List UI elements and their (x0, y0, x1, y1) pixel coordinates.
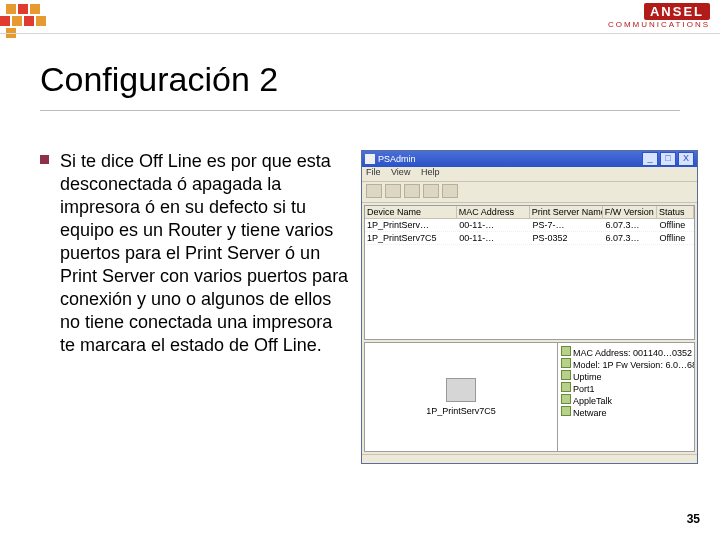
psadmin-window: PSAdmin _ □ X File View Help Device Name… (361, 150, 698, 464)
cell: 00-11-… (457, 219, 530, 231)
slide-header: ANSEL COMMUNICATIONS (0, 0, 720, 36)
cell: PS-0352 (530, 232, 603, 244)
tree-item[interactable]: Uptime (561, 370, 691, 382)
page-number: 35 (687, 512, 700, 526)
toolbar-button[interactable] (442, 184, 458, 198)
table-row[interactable]: 1P_PrintServ…00-11-…PS-7-…6.07.3…Offline (365, 219, 694, 232)
toolbar-button[interactable] (366, 184, 382, 198)
tree-label: MAC Address: 001140…0352 (573, 348, 692, 358)
cell: Offline (657, 219, 694, 231)
menu-file[interactable]: File (366, 167, 381, 177)
tree-item[interactable]: MAC Address: 001140…0352 (561, 346, 691, 358)
minimize-button[interactable]: _ (642, 152, 658, 166)
tree-label: Model: 1P Fw Version: 6.0…68 (573, 360, 695, 370)
mosaic-square (12, 16, 22, 26)
toolbar (362, 182, 697, 203)
brand-subtitle: COMMUNICATIONS (608, 20, 710, 30)
tree-label: AppleTalk (573, 396, 612, 406)
col-device[interactable]: Device Name (365, 206, 457, 218)
list-header: Device Name MAC Address Print Server Nam… (365, 206, 694, 219)
cell: 6.07.3… (603, 219, 657, 231)
col-fw[interactable]: F/W Version (603, 206, 657, 218)
cell: 6.07.3… (603, 232, 657, 244)
col-mac[interactable]: MAC Address (457, 206, 530, 218)
tree-node-icon (561, 406, 571, 416)
tree-node-icon (561, 370, 571, 380)
detail-pane: 1P_PrintServ7C5 MAC Address: 001140…0352… (364, 342, 695, 452)
window-controls: _ □ X (642, 152, 694, 166)
window-title: PSAdmin (378, 154, 416, 164)
mosaic-square (18, 4, 28, 14)
maximize-button[interactable]: □ (660, 152, 676, 166)
mosaic-square (36, 16, 46, 26)
tree-item[interactable]: AppleTalk (561, 394, 691, 406)
col-psname[interactable]: Print Server Name (530, 206, 603, 218)
tree-node-icon (561, 358, 571, 368)
close-button[interactable]: X (678, 152, 694, 166)
bullet-text: Si te dice Off Line es por que esta desc… (60, 150, 350, 357)
detail-caption: 1P_PrintServ7C5 (426, 406, 496, 416)
mosaic-square (0, 16, 10, 26)
cell: Offline (657, 232, 694, 244)
cell: 1P_PrintServ… (365, 219, 457, 231)
printer-icon (446, 378, 476, 402)
list-body: 1P_PrintServ…00-11-…PS-7-…6.07.3…Offline… (365, 219, 694, 339)
tree-label: Port1 (573, 384, 595, 394)
header-divider (0, 33, 720, 34)
brand-name: ANSEL (644, 3, 710, 20)
tree-item[interactable]: Netware (561, 406, 691, 418)
tree-node-icon (561, 346, 571, 356)
menu-bar: File View Help (362, 167, 697, 182)
col-status[interactable]: Status (657, 206, 694, 218)
titlebar: PSAdmin _ □ X (362, 151, 697, 167)
title-underline (40, 110, 680, 111)
toolbar-button[interactable] (423, 184, 439, 198)
menu-help[interactable]: Help (421, 167, 440, 177)
mosaic-square (24, 16, 34, 26)
cell: 1P_PrintServ7C5 (365, 232, 457, 244)
detail-tree: MAC Address: 001140…0352Model: 1P Fw Ver… (558, 342, 695, 452)
brand-badge: ANSEL COMMUNICATIONS (608, 2, 710, 30)
bullet-icon (40, 155, 49, 164)
mosaic-square (30, 4, 40, 14)
status-bar (362, 454, 697, 469)
tree-node-icon (561, 394, 571, 404)
toolbar-button[interactable] (385, 184, 401, 198)
cell: PS-7-… (530, 219, 603, 231)
toolbar-button[interactable] (404, 184, 420, 198)
slide-title: Configuración 2 (40, 60, 278, 99)
tree-label: Netware (573, 408, 607, 418)
mosaic-square (6, 4, 16, 14)
cell: 00-11-… (457, 232, 530, 244)
detail-left: 1P_PrintServ7C5 (364, 342, 558, 452)
tree-item[interactable]: Model: 1P Fw Version: 6.0…68 (561, 358, 691, 370)
device-list: Device Name MAC Address Print Server Nam… (364, 205, 695, 340)
tree-node-icon (561, 382, 571, 392)
tree-item[interactable]: Port1 (561, 382, 691, 394)
app-icon (365, 154, 375, 164)
menu-view[interactable]: View (391, 167, 410, 177)
tree-label: Uptime (573, 372, 602, 382)
table-row[interactable]: 1P_PrintServ7C500-11-…PS-03526.07.3…Offl… (365, 232, 694, 245)
